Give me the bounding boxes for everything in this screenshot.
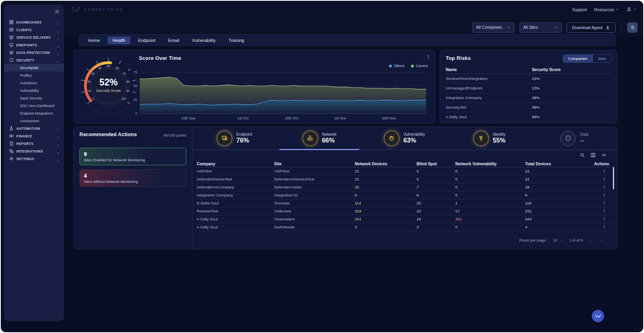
sidebar-subitem-soc-hero-dashboard[interactable]: SOC Hero Dashboard: [4, 102, 64, 109]
rows-per-page-select[interactable]: 10: [553, 238, 563, 242]
settings-quick-button[interactable]: [627, 22, 638, 33]
risk-score: 13%: [532, 86, 611, 90]
sidebar-item-integrations[interactable]: INTEGRATIONS: [4, 147, 64, 155]
table-columns-button[interactable]: [591, 153, 596, 158]
sidebar-subitem-activations[interactable]: Activations: [4, 79, 64, 87]
sidebar-subitem-saas-security[interactable]: SaaS Security: [4, 94, 64, 102]
category-name: Identity: [493, 132, 506, 137]
sidebar-item-reports[interactable]: REPORTS: [4, 140, 64, 147]
chat-fab[interactable]: [592, 310, 604, 322]
category-tab-vulnerability[interactable]: Vulnerability63%: [362, 127, 447, 149]
svg-text:50: 50: [107, 65, 110, 67]
device-table-row[interactable]: D Delta SoulGrenada114331116: [197, 199, 613, 207]
tab-email[interactable]: Email: [163, 36, 185, 44]
row-actions-button[interactable]: [602, 217, 606, 221]
score-card-menu-button[interactable]: [426, 54, 431, 59]
chevron-right-icon: [56, 144, 60, 147]
sidebar-subitem-profiles[interactable]: Profiles: [4, 71, 64, 79]
sidebar-item-security[interactable]: SECURITY: [4, 56, 64, 64]
row-actions-button[interactable]: [602, 193, 606, 197]
table-density-button[interactable]: [601, 153, 606, 158]
top-risk-row[interactable]: SentinelOneOntegration13%: [446, 74, 611, 83]
device-table-row[interactable]: ReleaseTest10dectest3292383331: [197, 207, 613, 215]
cell-total-devices: 331: [525, 209, 594, 213]
device-table-row[interactable]: A Salty SoulDarkWoods3304: [197, 223, 613, 231]
row-actions-button[interactable]: [602, 185, 606, 189]
cell-network-devices: 25: [355, 185, 417, 189]
sidebar-subitem-endpoint-integrations[interactable]: Endpoint Integrations: [4, 109, 64, 117]
sidebar-item-endpoints[interactable]: ENDPOINTS: [4, 41, 64, 49]
category-score: 76%: [236, 137, 252, 144]
sidebar-item-dashboards[interactable]: DASHBOARDS: [4, 18, 64, 26]
user-menu[interactable]: [626, 7, 637, 12]
risks-toggle: CompaniesSites: [563, 54, 612, 63]
table-search-button[interactable]: [580, 153, 585, 158]
category-tab-data[interactable]: Data--: [532, 127, 617, 149]
tab-vulnerability[interactable]: Vulnerability: [187, 36, 221, 44]
sidebar-item-label: SERVICE DELIVERY: [16, 36, 53, 40]
points-badge: 66/100 points: [164, 133, 186, 137]
cell-network-vulnerability: 0: [455, 185, 525, 189]
rows-per-page-value: 10: [553, 238, 557, 242]
top-risk-row[interactable]: UnmanagedEndpoint13%: [446, 83, 611, 93]
prev-page-button[interactable]: [589, 238, 593, 242]
site-filter-select[interactable]: All Sites: [520, 22, 562, 33]
cell-total-devices: 343: [525, 217, 594, 221]
action-card-sites-without-network-monitoring[interactable]: 4Sites without Network Monitoring: [79, 169, 186, 187]
sidebar-subitem-security360[interactable]: Security360: [4, 64, 64, 71]
top-risk-row[interactable]: Integration Company38%: [446, 93, 611, 103]
category-tab-endpoint[interactable]: Endpoint76%: [192, 127, 277, 149]
row-actions-button[interactable]: [602, 209, 606, 213]
sidebar-item-automation[interactable]: AUTOMATION: [4, 125, 64, 132]
tab-home[interactable]: Home: [83, 36, 105, 44]
top-risks-header: NameSecurity Score: [446, 65, 611, 74]
row-actions-button[interactable]: [602, 225, 606, 229]
device-table-row[interactable]: DefenderAvCompanyDefenderAvSite257029: [197, 183, 613, 191]
row-actions-button[interactable]: [602, 169, 606, 173]
top-risk-row[interactable]: Security36039%: [446, 103, 611, 112]
row-actions-button[interactable]: [602, 177, 606, 181]
category-tab-network[interactable]: Network66%: [277, 127, 362, 149]
device-table-row[interactable]: A Salty SoulClearwaters34116301343: [197, 215, 613, 223]
sidebar-item-service-delivery[interactable]: SERVICE DELIVERY: [4, 34, 64, 41]
sidebar-item-data-protection[interactable]: DATA PROTECTION: [4, 49, 64, 56]
connectwise-mark-icon: [71, 6, 81, 13]
sidebar-item-settings[interactable]: SETTINGS: [4, 155, 64, 163]
support-link[interactable]: Support: [572, 7, 587, 12]
device-table-row[interactable]: Integration CompanyIntegration 516608: [197, 191, 613, 199]
cat-data-icon: [565, 135, 571, 141]
sidebar-item-clients[interactable]: CLIENTS: [4, 26, 64, 34]
toggle-companies[interactable]: Companies: [563, 55, 593, 62]
svg-text:52%: 52%: [99, 77, 118, 87]
toggle-sites[interactable]: Sites: [593, 55, 612, 62]
tab-endpoint[interactable]: Endpoint: [133, 36, 160, 44]
sidebar-item-label: ENDPOINTS: [16, 43, 53, 47]
sidebar-subitem-assessment[interactable]: Assessment: [4, 117, 64, 125]
company-filter-select[interactable]: All Companies: [472, 22, 515, 33]
col-total-devices: Total Devices: [525, 162, 594, 166]
app-screen: CONNECTWISE Support Resources All Compan…: [1, 1, 643, 332]
next-page-button[interactable]: [599, 238, 603, 242]
category-tab-identity[interactable]: Identity55%: [447, 127, 532, 149]
action-card-sites-enabled-for-network-monitoring[interactable]: 9Sites Enabled for Network Monitoring: [79, 148, 186, 165]
collapse-sidebar-button[interactable]: [55, 9, 59, 14]
sidebar-subitem-vulnerability[interactable]: Vulnerability: [4, 87, 64, 94]
svg-text:40: 40: [98, 67, 101, 69]
download-agent-button[interactable]: Download Agent: [567, 22, 616, 33]
table-scrollbar[interactable]: [613, 167, 614, 189]
sidebar-item-finance[interactable]: FINANCE: [4, 132, 64, 140]
resources-link[interactable]: Resources: [594, 7, 619, 12]
tab-health[interactable]: Health: [107, 36, 130, 44]
sidebar-item-label: DASHBOARDS: [16, 20, 53, 24]
tab-training[interactable]: Training: [223, 36, 249, 44]
top-risk-row[interactable]: A Salty Soul59%: [446, 112, 611, 122]
cell-site: DefenderAvSite: [274, 185, 355, 189]
chevron-right-icon: [56, 159, 60, 163]
sidebar-item-label: REPORTS: [16, 142, 53, 146]
endpoints-icon: [9, 43, 14, 47]
topbar: CONNECTWISE Support Resources: [64, 1, 643, 18]
device-table-row[interactable]: ASRTestASRTest210022: [197, 167, 613, 175]
row-actions-button[interactable]: [602, 201, 606, 205]
cell-network-devices: 3: [355, 225, 417, 229]
device-table-row[interactable]: DefenderDeviceTestDefenderAVDeviceTest21…: [197, 175, 613, 183]
